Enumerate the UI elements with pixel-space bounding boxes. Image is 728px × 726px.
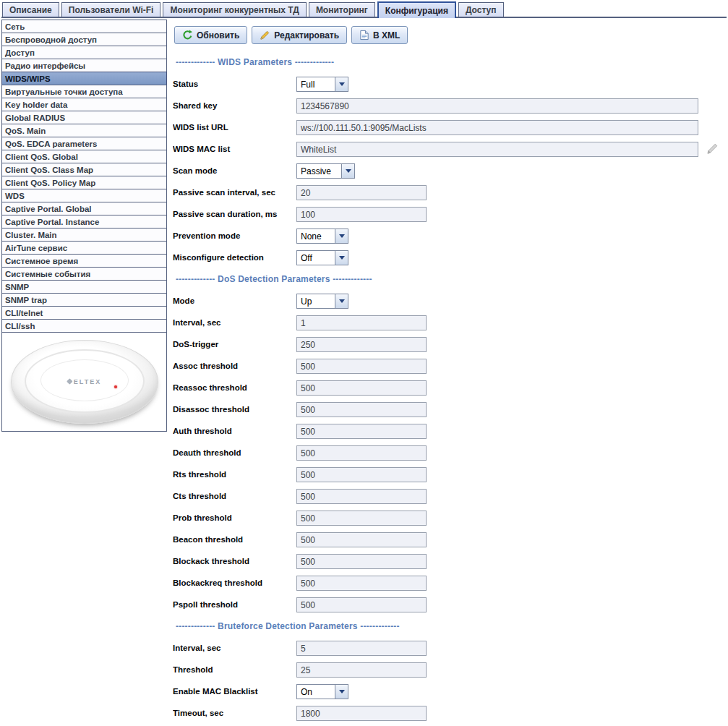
- sidebar-item[interactable]: Global RADIUS: [1, 111, 167, 124]
- text-field[interactable]: 500: [296, 424, 427, 439]
- edit-button-label: Редактировать: [274, 30, 339, 40]
- field-label: Cts threshold: [173, 492, 296, 500]
- sidebar-item[interactable]: WIDS/WIPS: [1, 72, 167, 85]
- text-field[interactable]: 500: [296, 489, 427, 504]
- chevron-down-icon: [339, 82, 345, 86]
- text-field[interactable]: ws://100.111.50.1:9095/MacLists: [296, 120, 698, 135]
- sidebar-item[interactable]: Сеть: [1, 20, 167, 33]
- dropdown[interactable]: Off: [296, 250, 348, 265]
- text-field[interactable]: 500: [296, 467, 427, 482]
- text-field[interactable]: 1800: [296, 706, 427, 721]
- text-field[interactable]: 500: [296, 511, 427, 526]
- text-field[interactable]: 500: [296, 576, 427, 591]
- text-field[interactable]: 100: [296, 207, 427, 222]
- sidebar-item[interactable]: CLI/ssh: [1, 319, 167, 333]
- tab[interactable]: Пользователи Wi-Fi: [61, 2, 161, 17]
- sidebar-item[interactable]: Client QoS. Global: [1, 150, 167, 163]
- form-row: Prob threshold500: [173, 507, 727, 529]
- dropdown-arrow-button[interactable]: [335, 685, 348, 699]
- sidebar-item[interactable]: Беспроводной доступ: [1, 33, 167, 46]
- field-label: Interval, sec: [173, 644, 296, 652]
- sidebar-item[interactable]: Captive Portal. Instance: [1, 215, 167, 229]
- form-row: Prevention modeNone: [173, 225, 727, 247]
- dropdown-arrow-button[interactable]: [335, 251, 348, 265]
- dropdown[interactable]: Full: [296, 77, 348, 92]
- status-led: [114, 385, 117, 388]
- text-field[interactable]: 1: [296, 315, 427, 330]
- sidebar-item[interactable]: Доступ: [1, 46, 167, 59]
- sidebar-item[interactable]: QoS. EDCA parameters: [1, 137, 167, 150]
- field-label: Misconfigure detection: [173, 253, 296, 262]
- refresh-button-label: Обновить: [197, 30, 239, 40]
- sidebar-item[interactable]: Системное время: [1, 254, 167, 268]
- sidebar-item[interactable]: Key holder data: [1, 98, 167, 111]
- section-header: ------------- WIDS Parameters ----------…: [176, 57, 727, 67]
- dropdown-arrow-button[interactable]: [341, 164, 354, 178]
- sidebar-item[interactable]: Client QoS. Class Map: [1, 163, 167, 176]
- sidebar-item[interactable]: Captive Portal. Global: [1, 202, 167, 215]
- sidebar-item[interactable]: SNMP trap: [1, 293, 167, 307]
- text-field[interactable]: 20: [296, 185, 427, 200]
- dropdown-arrow-button[interactable]: [335, 294, 348, 308]
- dropdown[interactable]: None: [296, 229, 348, 244]
- tab[interactable]: Конфигурация: [377, 1, 456, 18]
- dropdown-value: Passive: [297, 164, 341, 178]
- dropdown[interactable]: On: [296, 684, 348, 699]
- to-xml-button[interactable]: В XML: [351, 26, 408, 44]
- tab[interactable]: Мониторинг конкурентных ТД: [163, 2, 306, 17]
- dropdown-arrow-button[interactable]: [335, 77, 348, 91]
- field-label: Assoc threshold: [173, 362, 296, 370]
- chevron-down-icon: [346, 169, 351, 173]
- form-row: Misconfigure detectionOff: [173, 247, 727, 268]
- sidebar-item[interactable]: WDS: [1, 189, 167, 202]
- tab[interactable]: Описание: [2, 2, 59, 17]
- sidebar-item[interactable]: Client QoS. Policy Map: [1, 176, 167, 189]
- form-row: Beacon threshold500: [173, 529, 727, 550]
- field-label: WIDS MAC list: [173, 145, 296, 153]
- text-field[interactable]: 25: [296, 662, 427, 678]
- text-field[interactable]: 5: [296, 641, 427, 656]
- text-field[interactable]: 500: [296, 532, 427, 547]
- form-row: Deauth threshold500: [173, 442, 727, 464]
- form-row: Disassoc threshold500: [173, 398, 727, 420]
- form-row: Blockackreq threshold500: [173, 572, 727, 594]
- chevron-down-icon: [339, 234, 345, 238]
- dropdown[interactable]: Passive: [296, 163, 355, 179]
- text-field[interactable]: 500: [296, 380, 427, 396]
- dropdown-value: Off: [297, 251, 335, 265]
- tab[interactable]: Мониторинг: [309, 2, 375, 17]
- form-row: Rts threshold500: [173, 464, 727, 485]
- field-label: Blockackreq threshold: [173, 578, 296, 587]
- field-label: Interval, sec: [173, 318, 296, 327]
- sidebar-item[interactable]: SNMP: [1, 280, 167, 294]
- sidebar-item[interactable]: Системные события: [1, 267, 167, 281]
- sidebar-item[interactable]: CLI/telnet: [1, 306, 167, 320]
- tab-bar: ОписаниеПользователи Wi-FiМониторинг кон…: [2, 1, 504, 17]
- form-row: Blockack threshold500: [173, 550, 727, 572]
- text-field[interactable]: 500: [296, 445, 427, 461]
- sidebar-item[interactable]: Cluster. Main: [1, 228, 167, 242]
- sidebar-item[interactable]: QoS. Main: [1, 124, 167, 137]
- text-field[interactable]: 250: [296, 337, 427, 352]
- sidebar-item[interactable]: Радио интерфейсы: [1, 59, 167, 72]
- edit-button[interactable]: Редактировать: [252, 26, 347, 44]
- edit-pencil-icon[interactable]: [706, 142, 719, 155]
- sidebar-item[interactable]: Виртуальные точки доступа: [1, 85, 167, 98]
- form-row: Passive scan interval, sec20: [173, 182, 727, 203]
- tab[interactable]: Доступ: [458, 2, 504, 17]
- sidebar-nav: СетьБеспроводной доступДоступРадио интер…: [1, 20, 167, 432]
- text-field[interactable]: 1234567890: [296, 98, 698, 114]
- field-label: Passive scan interval, sec: [173, 188, 296, 197]
- text-field[interactable]: 500: [296, 554, 427, 569]
- dropdown-arrow-button[interactable]: [335, 229, 348, 243]
- refresh-button[interactable]: Обновить: [174, 26, 247, 44]
- text-field[interactable]: WhiteList: [296, 142, 698, 157]
- content-panel: Обновить Редактировать: [168, 18, 727, 726]
- text-field[interactable]: 500: [296, 597, 427, 612]
- text-field[interactable]: 500: [296, 402, 427, 417]
- chevron-down-icon: [339, 690, 345, 693]
- form-row: Passive scan duration, ms100: [173, 203, 727, 225]
- sidebar-item[interactable]: AirTune сервис: [1, 241, 167, 255]
- dropdown[interactable]: Up: [296, 294, 348, 309]
- text-field[interactable]: 500: [296, 359, 427, 374]
